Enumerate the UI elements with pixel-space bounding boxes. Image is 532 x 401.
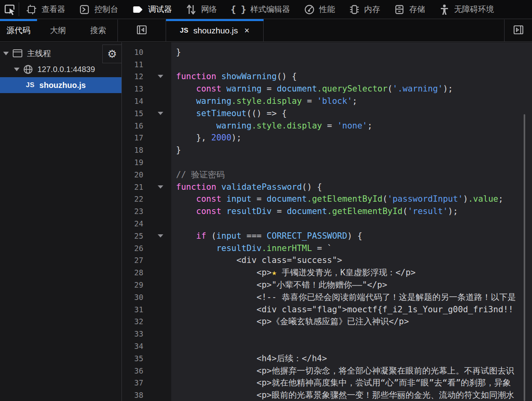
tab-storage[interactable]: 存储 <box>387 0 432 19</box>
gutter-fold-cell <box>143 218 171 230</box>
code-line-row: 17 }, 2000); <box>122 132 532 144</box>
code-line[interactable] <box>171 156 176 169</box>
code-line[interactable]: <h4>后续：</h4> <box>171 352 327 365</box>
active-tab-indicator <box>0 19 37 21</box>
gutter-fold-cell <box>143 46 171 58</box>
code-line[interactable] <box>171 34 176 46</box>
code-line[interactable]: <div class="success"> <box>171 254 342 267</box>
tab-label: 网络 <box>201 4 217 15</box>
line-number[interactable]: 38 <box>122 389 143 401</box>
code-line[interactable]: <!-- 恭喜你已经会阅读前端代码了！这是解题的另一条道路！以下是 <box>171 291 516 304</box>
tab-inspector[interactable]: 查看器 <box>19 0 72 19</box>
line-number[interactable]: 12 <box>122 70 143 83</box>
code-line[interactable]: function validatePassword() { <box>171 181 322 193</box>
line-number[interactable]: 13 <box>122 83 143 95</box>
code-line[interactable] <box>171 328 176 340</box>
code-line[interactable]: resultDiv.innerHTML = ` <box>171 242 332 255</box>
line-number[interactable]: 37 <box>122 377 143 389</box>
devtools-window: 查看器 控制台 调试器 <box>0 0 532 401</box>
code-line[interactable]: // 验证密码 <box>171 169 225 181</box>
line-number[interactable]: 18 <box>122 144 143 156</box>
tab-debugger[interactable]: 调试器 <box>125 0 179 19</box>
code-line[interactable]: if (input === CORRECT_PASSWORD) { <box>171 230 362 242</box>
code-line-row: 23 const resultDiv = document.getElement… <box>122 205 532 218</box>
code-line[interactable]: function showWarning() { <box>171 70 297 83</box>
line-number[interactable]: 16 <box>122 120 143 132</box>
line-number[interactable]: 17 <box>122 132 143 144</box>
tab-performance[interactable]: 性能 <box>297 0 342 19</box>
code-line[interactable]: <p>他摒弃一切杂念，将全部心神凝聚在眼前的光幕上。不再试图去识 <box>171 365 514 377</box>
line-number[interactable]: 30 <box>122 291 143 304</box>
twisty-down-icon[interactable] <box>14 68 20 71</box>
line-number[interactable]: 23 <box>122 205 143 218</box>
sources-panel: ⚙ 主线程 127.0.0.1:44839 <box>0 42 122 401</box>
line-number[interactable]: 28 <box>122 267 143 279</box>
code-line-row <box>122 34 532 46</box>
code-line[interactable]: } <box>171 46 181 58</box>
tab-console[interactable]: 控制台 <box>72 0 125 19</box>
tab-style-editor[interactable]: { } 样式编辑器 <box>224 0 297 19</box>
code-line[interactable] <box>171 340 176 352</box>
code-line-row: 12function showWarning() { <box>122 70 532 83</box>
fold-toggle-icon[interactable] <box>158 112 163 115</box>
gutter-fold-cell <box>143 193 171 205</box>
tree-item-host[interactable]: 127.0.0.1:44839 <box>0 61 121 77</box>
host-label: 127.0.0.1:44839 <box>37 65 95 74</box>
code-line[interactable]: <div class="flag">moectf{f_i2_1s_Your_g0… <box>171 304 513 316</box>
pick-element-button[interactable] <box>0 0 19 19</box>
line-number[interactable]: 10 <box>122 46 143 58</box>
line-number[interactable]: 32 <box>122 315 143 328</box>
fold-toggle-icon[interactable] <box>158 185 163 189</box>
sources-settings-button[interactable]: ⚙ <box>102 45 121 63</box>
code-line[interactable]: <p>就在他精神高度集中，尝试用“心”而非“眼”去“看”的刹那，异象 <box>171 377 511 389</box>
code-line-row: 32 <p>《金曦玄轨感应篇》已注入神识</p> <box>122 315 532 328</box>
line-number[interactable]: 20 <box>122 169 143 181</box>
code-line[interactable]: }, 2000); <box>171 132 241 144</box>
js-file-icon: JS <box>180 27 189 35</box>
code-line[interactable] <box>171 58 176 71</box>
line-number[interactable]: 35 <box>122 352 143 365</box>
fold-toggle-icon[interactable] <box>158 234 163 237</box>
code-line-row: 14 warning.style.display = 'block'; <box>122 95 532 107</box>
vertical-scrollbar[interactable] <box>524 114 525 401</box>
code-line[interactable]: warning.style.display = 'block'; <box>171 95 357 107</box>
line-number[interactable]: 15 <box>122 107 143 120</box>
line-number[interactable]: 22 <box>122 193 143 205</box>
tab-outline[interactable]: 大纲 <box>37 19 79 41</box>
code-line[interactable] <box>171 218 176 230</box>
tab-network[interactable]: 网络 <box>179 0 224 19</box>
tab-accessibility[interactable]: 无障碍环境 <box>432 0 501 19</box>
tab-memory[interactable]: 内存 <box>342 0 387 19</box>
console-icon <box>79 4 90 15</box>
code-line[interactable]: const warning = document.querySelector('… <box>171 83 453 95</box>
line-number[interactable]: 33 <box>122 328 143 340</box>
tab-sources[interactable]: 源代码 <box>0 19 37 41</box>
line-number[interactable]: 26 <box>122 242 143 255</box>
line-number[interactable]: 14 <box>122 95 143 107</box>
line-number[interactable]: 27 <box>122 254 143 267</box>
line-number[interactable]: 29 <box>122 279 143 291</box>
line-number[interactable]: 31 <box>122 304 143 316</box>
code-line[interactable]: warning.style.display = 'none'; <box>171 120 372 132</box>
code-line[interactable]: const resultDiv = document.getElementByI… <box>171 205 458 218</box>
line-number[interactable] <box>122 34 143 46</box>
code-line[interactable]: <p>"小辈不错！此物赠你——"</p> <box>171 279 387 291</box>
tree-item-file-shouzhuo[interactable]: JS shouzhuo.js <box>0 77 121 93</box>
line-number[interactable]: 21 <box>122 181 143 193</box>
code-line[interactable]: } <box>171 144 181 156</box>
line-number[interactable]: 19 <box>122 156 143 169</box>
tab-search[interactable]: 搜索 <box>79 19 117 41</box>
twisty-down-icon[interactable] <box>3 52 9 55</box>
line-number[interactable]: 25 <box>122 230 143 242</box>
code-line[interactable]: setTimeout(() => { <box>171 107 287 120</box>
gutter-fold-cell <box>143 132 171 144</box>
code-line[interactable]: <p>眼前的光幕景象骤然一变！那些华丽的金光、流动的符文如同潮水 <box>171 389 514 401</box>
fold-toggle-icon[interactable] <box>158 75 163 78</box>
code-line[interactable]: const input = document.getElementById('p… <box>171 193 503 205</box>
code-line[interactable]: <p>★ 手镯迸发青光，K皇虚影浮现：</p> <box>171 267 416 279</box>
line-number[interactable]: 24 <box>122 218 143 230</box>
line-number[interactable]: 11 <box>122 58 143 71</box>
line-number[interactable]: 34 <box>122 340 143 352</box>
line-number[interactable]: 36 <box>122 365 143 377</box>
code-line[interactable]: <p>《金曦玄轨感应篇》已注入神识</p> <box>171 315 409 328</box>
